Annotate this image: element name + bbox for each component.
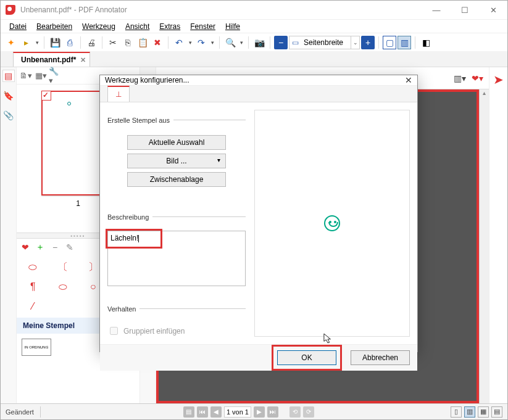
find-dropdown[interactable]: ▾ xyxy=(238,36,244,49)
paste-button[interactable]: 📋 xyxy=(136,36,149,49)
open-button[interactable]: ▸ xyxy=(19,36,33,49)
save-as-button[interactable]: ⎙ xyxy=(63,36,77,49)
menu-extras[interactable]: Extras xyxy=(154,21,185,32)
zoom-combo[interactable]: ▭ ⌄ xyxy=(289,36,360,49)
menu-window[interactable]: Fenster xyxy=(185,21,220,32)
zoom-input[interactable] xyxy=(301,36,351,49)
find-button[interactable]: 🔍 xyxy=(223,36,237,49)
right-rail: ➤ xyxy=(489,67,507,403)
page-input[interactable] xyxy=(224,406,251,418)
document-tabstrip: Unbenannt.pdf* ✕ xyxy=(1,51,507,67)
menubar: Datei Bearbeiten Werkzeug Ansicht Extras… xyxy=(1,19,507,33)
fav-edit-button[interactable]: ✎ xyxy=(64,241,76,253)
menu-tool[interactable]: Werkzeug xyxy=(77,21,120,32)
save-button[interactable]: 💾 xyxy=(48,36,62,49)
fav-heart-button[interactable]: ❤ xyxy=(19,241,31,253)
thumb-new-button[interactable]: 🗎▾ xyxy=(19,69,33,83)
stamp-dash[interactable]: ⁄ xyxy=(20,299,46,314)
fullscreen-button[interactable]: ◧ xyxy=(419,36,433,49)
maximize-button[interactable]: ☐ xyxy=(451,1,479,19)
left-rail-primary: ▤ 🔖 📎 xyxy=(1,67,17,403)
dialog-tabstrip: ⊥ xyxy=(100,86,417,102)
dialog-body: Erstelle Stempel aus Aktuelle Auswahl Bi… xyxy=(100,102,417,344)
status-label: Geändert xyxy=(6,408,34,416)
cancel-button[interactable]: Abbrechen xyxy=(351,350,410,365)
stamp-item[interactable]: IN ORDNUNG xyxy=(22,339,51,356)
redo-dropdown[interactable]: ▾ xyxy=(209,36,215,49)
rail-bookmarks-button[interactable]: 🔖 xyxy=(2,89,15,102)
rail-attachments-button[interactable]: 📎 xyxy=(2,109,15,121)
zoom-icon: ▭ xyxy=(289,38,301,47)
menu-edit[interactable]: Bearbeiten xyxy=(31,21,77,32)
menu-file[interactable]: Datei xyxy=(4,21,31,32)
ok-button[interactable]: OK xyxy=(277,350,336,365)
print-button[interactable]: 🖨 xyxy=(85,36,98,49)
rail-thumbnails-button[interactable]: ▤ xyxy=(2,70,15,82)
zoom-dropdown[interactable]: ⌄ xyxy=(351,36,359,49)
new-doc-button[interactable]: ✦ xyxy=(4,36,18,49)
zoom-in-button[interactable]: + xyxy=(361,36,375,49)
cut-button[interactable]: ✂ xyxy=(106,36,120,49)
dialog-titlebar: Werkzeug konfigurieren... ✕ xyxy=(100,75,417,86)
stamp-icon: ⊥ xyxy=(115,90,122,99)
group-behavior-label: Verhalten xyxy=(107,305,139,313)
minimize-button[interactable]: — xyxy=(422,1,451,19)
create-from-image-button[interactable]: Bild ... xyxy=(127,154,226,168)
undo-dropdown[interactable]: ▾ xyxy=(187,36,193,49)
page-first-button[interactable]: ⏮ xyxy=(197,406,208,418)
close-tab-button[interactable]: ✕ xyxy=(80,56,86,64)
group-insert-label: Gruppiert einfügen xyxy=(123,327,185,336)
app-icon xyxy=(6,5,15,15)
menu-help[interactable]: Hilfe xyxy=(220,21,245,32)
stamp-sig[interactable]: ⬭ xyxy=(51,279,76,294)
view-continuous[interactable]: ▥ xyxy=(464,406,475,418)
stamp-oval[interactable]: ⬭ xyxy=(20,260,46,274)
open-dropdown[interactable]: ▾ xyxy=(34,36,40,49)
pointer-tool[interactable]: ➤ xyxy=(493,73,505,86)
document-tab-label: Unbenannt.pdf* xyxy=(21,56,76,64)
create-from-clipboard-button[interactable]: Zwischenablage xyxy=(127,172,226,187)
description-field-wrap: Lächeln! xyxy=(107,231,246,286)
dialog-preview-pane xyxy=(254,110,410,337)
history-fwd-button[interactable]: ⟳ xyxy=(303,406,314,418)
page-last-button[interactable]: ⏭ xyxy=(267,406,278,418)
thumbnail-annotation-dot xyxy=(67,102,71,105)
fav-add-button[interactable]: ＋ xyxy=(34,241,46,253)
vertical-scrollbar[interactable]: ▴ xyxy=(479,89,489,403)
thumb-settings-button[interactable]: 🔧▾ xyxy=(49,69,62,83)
document-tab[interactable]: Unbenannt.pdf* ✕ xyxy=(13,52,90,67)
layout-2-button[interactable]: ▥ xyxy=(398,36,411,49)
copy-button[interactable]: ⎘ xyxy=(121,36,135,49)
dialog-close-button[interactable]: ✕ xyxy=(405,75,412,85)
stamp-bracket-left[interactable]: 〔 xyxy=(51,260,76,274)
view-single[interactable]: ▯ xyxy=(451,406,462,418)
thumb-pages-button[interactable]: ▦▾ xyxy=(34,69,48,83)
undo-button[interactable]: ↶ xyxy=(172,36,186,49)
group-insert-row[interactable]: Gruppiert einfügen xyxy=(107,325,246,337)
page-prev-button[interactable]: ◀ xyxy=(210,406,222,418)
close-window-button[interactable]: ✕ xyxy=(479,1,507,19)
group-insert-checkbox[interactable] xyxy=(110,327,118,335)
zoom-out-button[interactable]: − xyxy=(274,36,288,49)
history-back-button[interactable]: ⟲ xyxy=(289,406,301,418)
redo-button[interactable]: ↷ xyxy=(194,36,208,49)
opt-align[interactable]: ▥▾ xyxy=(453,72,467,85)
group-create-label: Erstelle Stempel aus xyxy=(107,117,173,124)
view-two-page[interactable]: ▦ xyxy=(478,406,489,418)
delete-button[interactable]: ✖ xyxy=(151,36,164,49)
dialog-tab-stamp[interactable]: ⊥ xyxy=(107,86,130,102)
layout-1-button[interactable]: ▢ xyxy=(383,36,396,49)
my-stamps-label: Meine Stempel xyxy=(23,321,75,330)
page-menu-button[interactable]: ▤ xyxy=(183,406,194,418)
stamp-paragraph[interactable]: ¶ xyxy=(20,279,46,294)
menu-view[interactable]: Ansicht xyxy=(120,21,154,32)
snapshot-button[interactable]: 📷 xyxy=(252,36,266,49)
opt-fav[interactable]: ❤▾ xyxy=(470,72,484,85)
scroll-up[interactable]: ▴ xyxy=(480,89,489,99)
page-next-button[interactable]: ▶ xyxy=(254,406,265,418)
view-two-cont[interactable]: ▤ xyxy=(491,406,502,418)
create-from-selection-button[interactable]: Aktuelle Auswahl xyxy=(127,135,226,150)
fav-remove-button[interactable]: − xyxy=(49,241,61,253)
view-mode-buttons: ▯ ▥ ▦ ▤ xyxy=(451,406,502,418)
dialog-footer: OK Abbrechen xyxy=(100,344,417,371)
